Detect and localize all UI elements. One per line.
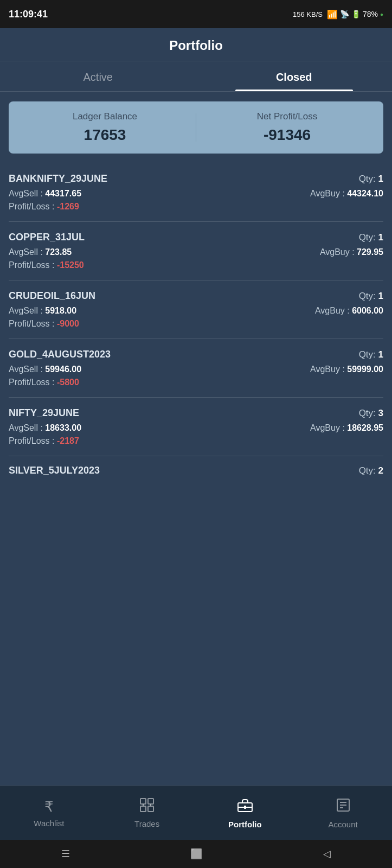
tab-closed[interactable]: Closed bbox=[196, 61, 393, 91]
system-nav: ☰ ⬜ ◁ bbox=[0, 840, 392, 868]
rupee-icon: ₹ bbox=[44, 799, 54, 815]
trade-avg-sell: AvgSell : 723.85 bbox=[9, 247, 72, 257]
tabs-container: Active Closed bbox=[0, 61, 392, 92]
battery-percent: 78% bbox=[363, 10, 378, 18]
partial-trade-name: SILVER_5JULY2023 bbox=[9, 465, 100, 476]
partial-trade-qty: Qty: 2 bbox=[359, 465, 383, 476]
nav-item-portfolio[interactable]: Portfolio bbox=[196, 797, 294, 829]
wifi-icon: 📶 bbox=[327, 9, 338, 20]
trade-name: CRUDEOIL_16JUN bbox=[9, 290, 95, 302]
trade-qty: Qty: 3 bbox=[359, 408, 383, 419]
trade-avg-sell: AvgSell : 59946.00 bbox=[9, 365, 81, 374]
trade-qty: Qty: 1 bbox=[359, 349, 383, 360]
trade-qty: Qty: 1 bbox=[359, 291, 383, 302]
trade-avg-buy: AvgBuy : 18628.95 bbox=[310, 423, 383, 433]
trade-avg-buy: AvgBuy : 6006.00 bbox=[315, 306, 383, 316]
portfolio-icon bbox=[237, 797, 253, 816]
nav-item-trades[interactable]: Trades bbox=[98, 797, 196, 828]
trade-profit-loss: Profit/Loss : -5800 bbox=[9, 378, 383, 387]
ledger-balance-value: 17653 bbox=[20, 126, 190, 144]
net-profit-loss-item: Net Profit/Loss -91346 bbox=[202, 111, 372, 144]
page-title: Portfolio bbox=[0, 38, 392, 53]
trade-avg-buy: AvgBuy : 59999.00 bbox=[310, 365, 383, 374]
status-time: 11:09:41 bbox=[9, 9, 48, 20]
trade-profit-loss: Profit/Loss : -2187 bbox=[9, 436, 383, 446]
trade-qty: Qty: 1 bbox=[359, 174, 383, 184]
svg-rect-1 bbox=[148, 799, 153, 804]
svg-rect-2 bbox=[140, 806, 146, 812]
signal-icon: 📡 bbox=[340, 10, 349, 18]
trade-item[interactable]: NIFTY_29JUNE Qty: 3 AvgSell : 18633.00 A… bbox=[9, 398, 383, 456]
trades-icon bbox=[139, 797, 155, 816]
dot-icon: ● bbox=[380, 11, 383, 17]
svg-rect-3 bbox=[148, 806, 153, 812]
trade-avg-buy: AvgBuy : 729.95 bbox=[320, 247, 383, 257]
nav-item-account[interactable]: Account bbox=[294, 797, 392, 829]
nav-label-account: Account bbox=[329, 820, 358, 829]
trade-name: BANKNIFTY_29JUNE bbox=[9, 173, 107, 184]
menu-button[interactable]: ☰ bbox=[57, 845, 74, 863]
trade-list: BANKNIFTY_29JUNE Qty: 1 AvgSell : 44317.… bbox=[0, 163, 392, 786]
nav-item-watchlist[interactable]: ₹ Wachlist bbox=[0, 799, 98, 828]
bottom-nav: ₹ Wachlist Trades Portfolio bbox=[0, 786, 392, 840]
ledger-balance-label: Ladger Balance bbox=[20, 111, 190, 122]
trade-item[interactable]: GOLD_4AUGUST2023 Qty: 1 AvgSell : 59946.… bbox=[9, 339, 383, 398]
summary-divider bbox=[196, 113, 196, 142]
status-icons: 156 KB/S 📶 📡 🔋 78% ● bbox=[293, 9, 383, 20]
net-profit-loss-value: -91346 bbox=[202, 126, 372, 144]
trade-profit-loss: Profit/Loss : -9000 bbox=[9, 319, 383, 329]
trade-name: NIFTY_29JUNE bbox=[9, 407, 79, 419]
header: Portfolio bbox=[0, 28, 392, 61]
trade-avg-sell: AvgSell : 5918.00 bbox=[9, 306, 76, 316]
status-bar: 11:09:41 156 KB/S 📶 📡 🔋 78% ● bbox=[0, 0, 392, 28]
svg-rect-0 bbox=[140, 799, 146, 804]
nav-label-portfolio: Portfolio bbox=[228, 820, 262, 829]
trade-qty: Qty: 1 bbox=[359, 232, 383, 243]
home-button[interactable]: ⬜ bbox=[188, 845, 205, 863]
nav-label-trades: Trades bbox=[134, 819, 159, 828]
trade-profit-loss: Profit/Loss : -1269 bbox=[9, 202, 383, 212]
nav-label-watchlist: Wachlist bbox=[34, 819, 64, 828]
network-speed: 156 KB/S bbox=[293, 10, 323, 18]
back-button[interactable]: ◁ bbox=[318, 845, 336, 863]
tab-active[interactable]: Active bbox=[0, 61, 196, 91]
trade-avg-sell: AvgSell : 18633.00 bbox=[9, 423, 81, 433]
svg-rect-8 bbox=[244, 806, 246, 809]
trade-name: COPPER_31JUL bbox=[9, 232, 85, 243]
summary-card: Ladger Balance 17653 Net Profit/Loss -91… bbox=[9, 101, 383, 154]
trade-item[interactable]: CRUDEOIL_16JUN Qty: 1 AvgSell : 5918.00 … bbox=[9, 280, 383, 339]
trade-name: GOLD_4AUGUST2023 bbox=[9, 349, 111, 360]
account-icon bbox=[336, 797, 351, 816]
trade-avg-buy: AvgBuy : 44324.10 bbox=[310, 189, 383, 199]
ledger-balance-item: Ladger Balance 17653 bbox=[20, 111, 190, 144]
trade-item-partial: SILVER_5JULY2023 Qty: 2 bbox=[9, 456, 383, 485]
trade-avg-sell: AvgSell : 44317.65 bbox=[9, 189, 81, 199]
trade-profit-loss: Profit/Loss : -15250 bbox=[9, 260, 383, 270]
trade-item[interactable]: COPPER_31JUL Qty: 1 AvgSell : 723.85 Avg… bbox=[9, 222, 383, 280]
battery-icon: 🔋 bbox=[351, 10, 361, 18]
net-profit-loss-label: Net Profit/Loss bbox=[202, 111, 372, 122]
trade-item[interactable]: BANKNIFTY_29JUNE Qty: 1 AvgSell : 44317.… bbox=[9, 163, 383, 222]
